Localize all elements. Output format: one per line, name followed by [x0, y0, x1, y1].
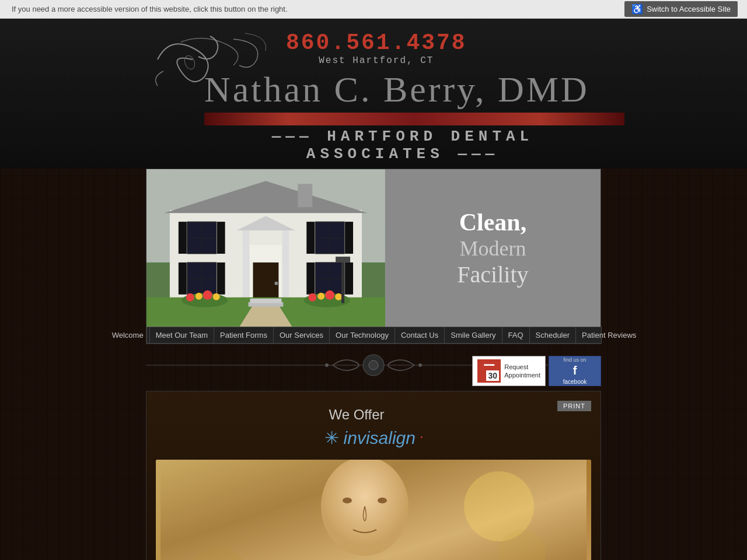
- site-header: 860.561.4378 West Hartford, CT Nathan C.…: [0, 19, 747, 169]
- calendar-number: 30: [486, 370, 499, 381]
- tagline-text: Clean, Modern Facility: [457, 208, 528, 288]
- cta-buttons-container: ▬▬ 30 RequestAppointment find us on f fa…: [472, 356, 601, 386]
- building-svg: [146, 169, 385, 327]
- contact-info: 860.561.4378 West Hartford, CT: [286, 30, 467, 66]
- request-appt-label: RequestAppointment: [504, 363, 540, 380]
- nav-smile-gallery[interactable]: Smile Gallery: [445, 327, 502, 343]
- svg-rect-5: [298, 184, 312, 207]
- print-button[interactable]: PRINT: [557, 401, 591, 411]
- svg-point-61: [378, 498, 387, 503]
- svg-rect-30: [306, 262, 315, 295]
- tagline-line3: Facility: [457, 261, 528, 288]
- svg-point-51: [418, 363, 422, 367]
- content-area: PRINT We Offer ✳ invisalign ·: [146, 391, 601, 560]
- svg-rect-31: [345, 262, 353, 295]
- nav-patient-reviews[interactable]: Patient Reviews: [576, 327, 642, 343]
- svg-point-50: [325, 363, 329, 367]
- svg-point-35: [196, 293, 203, 300]
- invisalign-superscript: ·: [420, 432, 423, 444]
- fb-icon: f: [573, 364, 577, 377]
- tagline-line2: Modern: [457, 236, 528, 261]
- svg-point-60: [343, 498, 352, 503]
- accessible-site-button[interactable]: ♿ Switch to Accessible Site: [624, 1, 738, 17]
- wheelchair-icon: ♿: [631, 4, 643, 15]
- hero-tagline: Clean, Modern Facility: [385, 169, 601, 327]
- accessibility-message: If you need a more accessible version of…: [12, 5, 288, 13]
- logo-swirl: [146, 30, 274, 89]
- red-stripe-decoration: [204, 113, 624, 125]
- svg-point-21: [274, 282, 278, 285]
- we-offer-title: We Offer: [156, 407, 591, 423]
- invisalign-logo: ✳ invisalign ·: [156, 428, 591, 448]
- doctor-photo-svg: [156, 460, 591, 560]
- nav-contact-us[interactable]: Contact Us: [395, 327, 445, 343]
- calendar-top-bar: ▬▬: [484, 361, 494, 367]
- invisalign-snowflake-icon: ✳: [324, 428, 339, 448]
- svg-point-52: [369, 360, 378, 370]
- svg-point-40: [317, 293, 324, 300]
- phone-number[interactable]: 860.561.4378: [286, 30, 467, 55]
- svg-rect-15: [345, 222, 353, 254]
- svg-rect-10: [217, 222, 225, 254]
- svg-rect-44: [336, 257, 350, 262]
- svg-rect-17: [243, 228, 250, 303]
- calendar-icon: ▬▬ 30: [477, 359, 501, 383]
- svg-point-41: [325, 290, 334, 300]
- request-appointment-button[interactable]: ▬▬ 30 RequestAppointment: [472, 356, 546, 386]
- svg-rect-25: [179, 262, 187, 295]
- svg-point-42: [335, 293, 342, 300]
- svg-rect-18: [282, 228, 289, 303]
- facebook-brand-label: facebook: [563, 379, 587, 385]
- nav-our-services[interactable]: Our Services: [274, 327, 330, 343]
- svg-point-0: [183, 54, 196, 71]
- svg-point-34: [186, 293, 194, 302]
- accessibility-bar: If you need a more accessible version of…: [0, 0, 747, 19]
- practice-name: ——— Hartford DENTAL Associates ———: [204, 128, 601, 163]
- practice-name-text: ——— Hartford DENTAL Associates ———: [272, 128, 533, 163]
- nav-faq[interactable]: FAQ: [502, 327, 530, 343]
- nav-meet-our-team[interactable]: Meet Our Team: [150, 327, 214, 343]
- svg-rect-14: [306, 222, 315, 254]
- svg-rect-26: [217, 262, 225, 295]
- main-navigation: Welcome Meet Our Team Patient Forms Our …: [146, 327, 602, 344]
- tagline-line1: Clean,: [457, 208, 528, 236]
- svg-point-36: [203, 290, 212, 300]
- invisalign-text: invisalign: [344, 428, 416, 448]
- nav-welcome[interactable]: Welcome: [106, 327, 150, 343]
- svg-rect-9: [179, 222, 187, 254]
- we-offer-section: We Offer ✳ invisalign ·: [156, 407, 591, 448]
- svg-rect-43: [341, 260, 344, 303]
- svg-point-39: [308, 293, 316, 302]
- doctor-photo: [156, 460, 591, 560]
- accessible-site-label: Switch to Accessible Site: [647, 5, 731, 13]
- location: West Hartford, CT: [286, 55, 467, 66]
- content-wrapper: PRINT We Offer ✳ invisalign ·: [146, 391, 601, 560]
- facebook-find-label: find us on: [563, 357, 586, 363]
- nav-our-technology[interactable]: Our Technology: [330, 327, 395, 343]
- svg-rect-47: [250, 299, 282, 303]
- svg-point-37: [213, 293, 220, 300]
- hero-building-image: [146, 169, 385, 327]
- hero-section: Clean, Modern Facility: [146, 169, 601, 327]
- nav-scheduler[interactable]: Scheduler: [530, 327, 577, 343]
- nav-patient-forms[interactable]: Patient Forms: [214, 327, 274, 343]
- facebook-button[interactable]: find us on f facebook: [549, 356, 601, 386]
